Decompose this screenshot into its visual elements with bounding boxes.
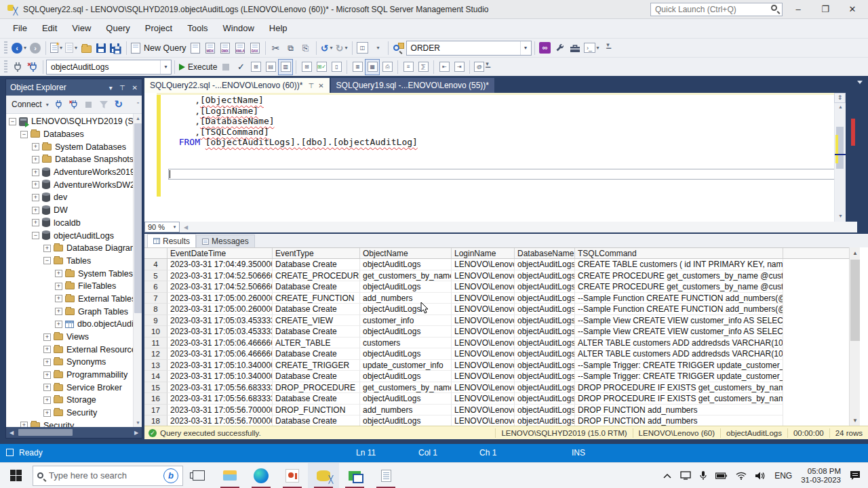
table-row[interactable]: 122023-03-31 17:05:06.4666667Database Cr… [144, 348, 860, 360]
grid-cell[interactable]: update_customer_info [360, 360, 452, 371]
mdx-query-button[interactable]: MDX [203, 40, 218, 56]
tree-item[interactable]: +AdventureWorksDW20 [6, 178, 133, 191]
grid-cell[interactable]: 2023-03-31 17:05:10.3400000 [167, 360, 273, 371]
grid-cell[interactable]: objectAuditLogs [360, 348, 452, 360]
grid-cell[interactable]: get_customers_by_name [360, 270, 452, 282]
grid-cell[interactable]: objectAuditLogs [515, 405, 575, 416]
row-number-cell[interactable]: 9 [144, 315, 167, 327]
menu-project[interactable]: Project [138, 21, 180, 36]
tree-item[interactable]: +Views [6, 331, 133, 344]
client-statistics-icon[interactable]: ▯ [329, 59, 344, 75]
expand-icon[interactable]: + [43, 359, 51, 366]
cut-button[interactable]: ✂ [269, 40, 283, 56]
save-all-button[interactable] [108, 40, 123, 56]
grid-cell[interactable]: objectAuditLogs [515, 315, 575, 327]
tree-item[interactable]: +AdventureWorks2019 [6, 166, 133, 179]
grid-column-header[interactable]: EventDateTime [167, 248, 273, 258]
grid-cell[interactable]: --Sample Trigger: CREATE TRIGGER update_… [575, 360, 783, 371]
grid-cell[interactable]: objectAuditLogs [360, 304, 452, 315]
stop-icon[interactable] [81, 96, 96, 113]
expand-icon[interactable]: + [43, 409, 51, 417]
toolbar-grip2[interactable] [4, 60, 7, 74]
row-number-cell[interactable]: 12 [144, 348, 167, 360]
grid-cell[interactable]: objectAuditLogs [515, 281, 575, 293]
tray-expand-chevron-icon[interactable] [663, 473, 671, 479]
row-number-cell[interactable]: 18 [144, 415, 167, 426]
dmx-query-button[interactable]: DMX [218, 40, 233, 56]
restore-button[interactable]: ❐ [814, 2, 837, 17]
cancel-query-button[interactable] [218, 59, 233, 75]
grid-cell[interactable]: objectAuditLogs [515, 348, 575, 360]
specify-values-icon[interactable]: ⊞ [248, 59, 263, 75]
grid-cell[interactable]: 2023-03-31 17:04:52.5066667 [167, 270, 273, 282]
quick-launch[interactable] [650, 3, 783, 16]
menu-view[interactable]: View [64, 21, 98, 36]
navigate-forward-button[interactable]: › [28, 40, 43, 56]
uncomment-lines-icon[interactable]: ⅀ [416, 59, 431, 75]
grid-cell[interactable]: 2023-03-31 17:05:00.2600000 [167, 293, 273, 304]
grid-cell[interactable]: objectAuditLogs [515, 415, 575, 426]
collapse-icon[interactable]: − [43, 257, 51, 264]
table-row[interactable]: 62023-03-31 17:04:52.5066667Database Cre… [144, 281, 860, 293]
grid-cell[interactable]: LENOVO\Lenovo [452, 371, 515, 382]
grid-scroll-up-arrow[interactable]: ▲ [850, 247, 861, 258]
expand-icon[interactable]: + [32, 156, 39, 163]
menu-window[interactable]: Window [216, 21, 262, 36]
grid-cell[interactable]: LENOVO\Lenovo [452, 393, 515, 405]
results-to-file-icon[interactable]: ⎙ [380, 59, 395, 75]
expand-icon[interactable]: + [55, 283, 62, 290]
toolbar-overflow-icon[interactable]: ” [137, 101, 139, 108]
database-combobox[interactable]: objectAuditLogs▾ [46, 60, 172, 75]
copy-button[interactable]: ⧉ [283, 40, 298, 56]
tree-item[interactable]: +Storage [6, 394, 133, 407]
grid-cell[interactable]: DROP FUNCTION add_numbers [575, 415, 783, 426]
decrease-indent-icon[interactable]: ⇤ [437, 59, 452, 75]
grid-cell[interactable]: 2023-03-31 17:05:10.3400000 [167, 371, 273, 382]
bing-icon[interactable]: b [163, 468, 178, 483]
window-layout-button[interactable]: ◫ [355, 40, 370, 56]
row-number-cell[interactable]: 7 [144, 293, 167, 304]
tree-item[interactable]: +dev [6, 191, 133, 204]
grid-cell[interactable]: objectAuditLogs [360, 281, 452, 293]
vm-app-button[interactable] [339, 463, 370, 488]
cast-icon[interactable] [680, 471, 691, 480]
connect-icon[interactable] [10, 59, 25, 75]
tree-item[interactable]: +External Resources [6, 343, 133, 356]
grid-cell[interactable]: CREATE_FUNCTION [273, 293, 360, 304]
increase-indent-icon[interactable]: ⇥ [452, 59, 467, 75]
scroll-left-arrow[interactable]: ◀ [6, 430, 17, 436]
grid-cell[interactable]: DROP_PROCEDURE [273, 382, 360, 394]
tree-item[interactable]: −Databases [6, 128, 133, 141]
table-row[interactable]: 92023-03-31 17:05:03.4533333CREATE_VIEWc… [144, 315, 860, 327]
expand-icon[interactable]: + [32, 169, 39, 176]
row-number-cell[interactable]: 14 [144, 371, 167, 382]
toolbar-overflow-button[interactable]: ▾ [370, 40, 385, 56]
pin-icon[interactable]: ⊤ [119, 84, 125, 92]
grid-cell[interactable]: ALTER_TABLE [273, 338, 360, 349]
expand-icon[interactable]: + [32, 181, 39, 188]
grid-cell[interactable]: LENOVO\Lenovo [452, 382, 515, 394]
display-estimated-plan-button[interactable]: ▥ [278, 59, 293, 75]
table-row[interactable]: 142023-03-31 17:05:10.3400000Database Cr… [144, 371, 860, 382]
expand-icon[interactable]: + [32, 194, 39, 201]
grid-cell[interactable]: --Sample Function CREATE FUNCTION add_nu… [575, 293, 783, 304]
expand-icon[interactable]: + [20, 422, 28, 427]
grid-cell[interactable]: LENOVO\Lenovo [452, 360, 515, 371]
table-row[interactable]: 112023-03-31 17:05:06.4666667ALTER_TABLE… [144, 338, 860, 349]
redo-button[interactable]: ↻▾ [334, 40, 349, 56]
row-number-cell[interactable]: 10 [144, 326, 167, 338]
scroll-right-arrow[interactable]: ▶ [131, 430, 142, 436]
tab-messages[interactable]: Messages [196, 235, 255, 247]
grid-cell[interactable]: --Sample Function CREATE FUNCTION add_nu… [575, 304, 783, 315]
grid-cell[interactable]: Database Create [273, 415, 360, 426]
grid-cell[interactable]: objectAuditLogs [360, 326, 452, 338]
expand-icon[interactable]: + [43, 346, 51, 353]
wifi-icon[interactable] [736, 472, 747, 480]
find-combobox[interactable]: ORDER▾ [406, 41, 532, 56]
clock[interactable]: 05:08 PM 31-03-2023 [801, 467, 841, 485]
tree-item[interactable]: +DW [6, 204, 133, 217]
grid-cell[interactable]: objectAuditLogs [515, 293, 575, 304]
tree-item[interactable]: +System Tables [6, 267, 133, 280]
expand-icon[interactable]: + [55, 295, 62, 302]
speaker-icon[interactable] [755, 472, 766, 480]
